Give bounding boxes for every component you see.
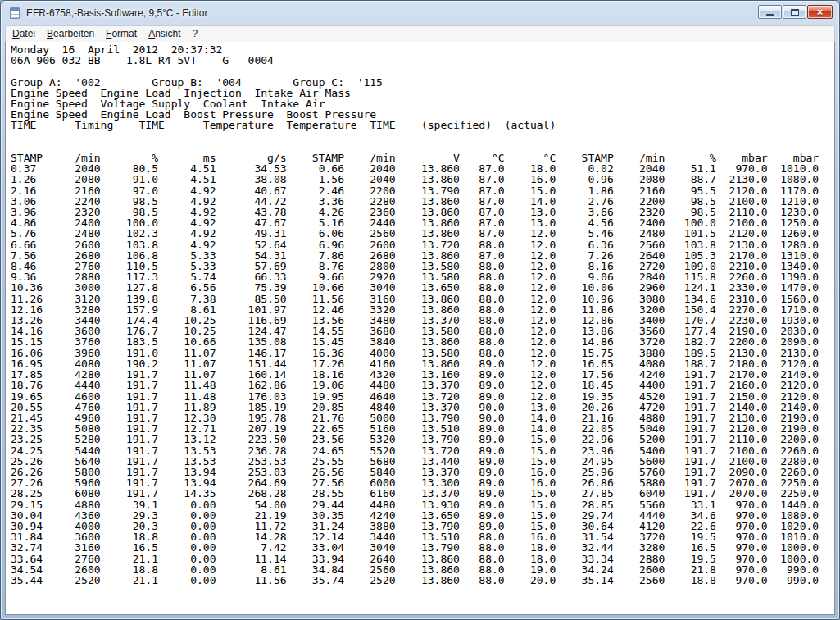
caption-buttons: × xyxy=(758,5,833,19)
window-title: EFR-6758,-Basis-Software, 9,5°C - Editor xyxy=(26,7,208,19)
minimize-icon xyxy=(766,14,774,16)
close-button[interactable]: × xyxy=(807,5,833,19)
menu-item-bearbeiten[interactable]: Bearbeiten xyxy=(41,25,100,43)
menu-item-format[interactable]: Format xyxy=(100,25,143,43)
menu-bar: DateiBearbeitenFormatAnsicht? xyxy=(5,25,835,42)
title-bar[interactable]: EFR-6758,-Basis-Software, 9,5°C - Editor… xyxy=(5,1,835,25)
close-icon: × xyxy=(817,6,824,18)
menu-item-datei[interactable]: Datei xyxy=(7,25,41,43)
menu-item-help[interactable]: ? xyxy=(187,25,204,43)
log-text[interactable]: Monday 16 April 2012 20:37:32 06A 906 03… xyxy=(6,42,834,586)
menu-item-ansicht[interactable]: Ansicht xyxy=(143,25,186,43)
maximize-button[interactable] xyxy=(783,5,806,19)
notepad-window: EFR-6758,-Basis-Software, 9,5°C - Editor… xyxy=(0,0,840,620)
notepad-icon xyxy=(8,7,21,20)
maximize-icon xyxy=(791,9,799,16)
minimize-button[interactable] xyxy=(758,5,782,19)
editor-client-area: Monday 16 April 2012 20:37:32 06A 906 03… xyxy=(5,42,835,615)
notepad-icon-page xyxy=(10,7,20,19)
